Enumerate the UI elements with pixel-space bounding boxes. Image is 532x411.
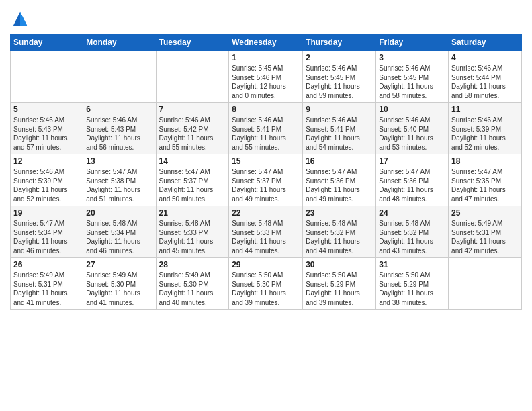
calendar-cell: 31Sunrise: 5:50 AM Sunset: 5:29 PM Dayli… (376, 258, 449, 310)
svg-marker-1 (20, 12, 27, 26)
day-info: Sunrise: 5:50 AM Sunset: 5:29 PM Dayligh… (379, 271, 445, 307)
day-info: Sunrise: 5:47 AM Sunset: 5:36 PM Dayligh… (379, 167, 445, 203)
calendar-week-row: 5Sunrise: 5:46 AM Sunset: 5:43 PM Daylig… (11, 103, 522, 154)
calendar-cell: 13Sunrise: 5:47 AM Sunset: 5:38 PM Dayli… (83, 154, 156, 206)
calendar-cell: 18Sunrise: 5:47 AM Sunset: 5:35 PM Dayli… (449, 154, 522, 206)
day-info: Sunrise: 5:46 AM Sunset: 5:39 PM Dayligh… (451, 116, 519, 152)
calendar-cell: 6Sunrise: 5:46 AM Sunset: 5:43 PM Daylig… (83, 103, 156, 154)
day-number: 14 (159, 156, 226, 166)
day-number: 8 (232, 105, 300, 114)
calendar-week-row: 26Sunrise: 5:49 AM Sunset: 5:31 PM Dayli… (11, 258, 522, 310)
day-number: 20 (86, 208, 152, 218)
day-info: Sunrise: 5:46 AM Sunset: 5:45 PM Dayligh… (379, 64, 445, 100)
calendar-cell: 23Sunrise: 5:48 AM Sunset: 5:32 PM Dayli… (303, 206, 376, 258)
day-info: Sunrise: 5:50 AM Sunset: 5:30 PM Dayligh… (232, 271, 300, 307)
calendar-cell: 16Sunrise: 5:47 AM Sunset: 5:36 PM Dayli… (303, 154, 376, 206)
day-info: Sunrise: 5:46 AM Sunset: 5:44 PM Dayligh… (451, 64, 519, 100)
day-info: Sunrise: 5:48 AM Sunset: 5:34 PM Dayligh… (86, 219, 152, 255)
day-info: Sunrise: 5:47 AM Sunset: 5:35 PM Dayligh… (451, 167, 519, 203)
calendar-cell: 20Sunrise: 5:48 AM Sunset: 5:34 PM Dayli… (83, 206, 156, 258)
calendar-cell: 11Sunrise: 5:46 AM Sunset: 5:39 PM Dayli… (449, 103, 522, 154)
calendar-cell: 30Sunrise: 5:50 AM Sunset: 5:29 PM Dayli… (303, 258, 376, 310)
day-number: 2 (306, 53, 373, 62)
day-info: Sunrise: 5:48 AM Sunset: 5:32 PM Dayligh… (306, 219, 373, 255)
day-number: 24 (379, 208, 445, 218)
day-info: Sunrise: 5:46 AM Sunset: 5:39 PM Dayligh… (13, 167, 80, 203)
day-info: Sunrise: 5:48 AM Sunset: 5:33 PM Dayligh… (159, 219, 226, 255)
day-info: Sunrise: 5:47 AM Sunset: 5:34 PM Dayligh… (13, 219, 80, 255)
calendar-cell (11, 51, 83, 103)
calendar-cell: 27Sunrise: 5:49 AM Sunset: 5:30 PM Dayli… (83, 258, 156, 310)
day-number: 23 (306, 208, 373, 218)
day-number: 19 (13, 208, 80, 218)
calendar-cell: 2Sunrise: 5:46 AM Sunset: 5:45 PM Daylig… (303, 51, 376, 103)
weekday-header: Wednesday (229, 34, 303, 51)
calendar-week-row: 1Sunrise: 5:45 AM Sunset: 5:46 PM Daylig… (11, 51, 522, 103)
calendar-cell: 4Sunrise: 5:46 AM Sunset: 5:44 PM Daylig… (449, 51, 522, 103)
day-number: 6 (86, 105, 152, 114)
day-number: 16 (306, 156, 373, 166)
day-info: Sunrise: 5:49 AM Sunset: 5:30 PM Dayligh… (86, 271, 152, 307)
day-info: Sunrise: 5:49 AM Sunset: 5:31 PM Dayligh… (451, 219, 519, 255)
day-info: Sunrise: 5:46 AM Sunset: 5:41 PM Dayligh… (232, 116, 300, 152)
day-number: 9 (306, 105, 373, 114)
day-number: 21 (159, 208, 226, 218)
day-info: Sunrise: 5:46 AM Sunset: 5:45 PM Dayligh… (306, 64, 373, 100)
calendar-cell: 28Sunrise: 5:49 AM Sunset: 5:30 PM Dayli… (156, 258, 229, 310)
day-info: Sunrise: 5:46 AM Sunset: 5:42 PM Dayligh… (159, 116, 226, 152)
day-number: 12 (13, 156, 80, 166)
day-info: Sunrise: 5:47 AM Sunset: 5:37 PM Dayligh… (159, 167, 226, 203)
day-info: Sunrise: 5:47 AM Sunset: 5:36 PM Dayligh… (306, 167, 373, 203)
calendar-cell: 8Sunrise: 5:46 AM Sunset: 5:41 PM Daylig… (229, 103, 303, 154)
day-info: Sunrise: 5:46 AM Sunset: 5:41 PM Dayligh… (306, 116, 373, 152)
calendar-cell (449, 258, 522, 310)
calendar-cell: 22Sunrise: 5:48 AM Sunset: 5:33 PM Dayli… (229, 206, 303, 258)
day-number: 18 (451, 156, 519, 166)
day-info: Sunrise: 5:49 AM Sunset: 5:30 PM Dayligh… (159, 271, 226, 307)
day-number: 17 (379, 156, 445, 166)
day-number: 25 (451, 208, 519, 218)
calendar-cell: 17Sunrise: 5:47 AM Sunset: 5:36 PM Dayli… (376, 154, 449, 206)
calendar-cell: 9Sunrise: 5:46 AM Sunset: 5:41 PM Daylig… (303, 103, 376, 154)
calendar-cell: 7Sunrise: 5:46 AM Sunset: 5:42 PM Daylig… (156, 103, 229, 154)
calendar-cell: 26Sunrise: 5:49 AM Sunset: 5:31 PM Dayli… (11, 258, 83, 310)
calendar-cell: 12Sunrise: 5:46 AM Sunset: 5:39 PM Dayli… (11, 154, 83, 206)
calendar-cell: 19Sunrise: 5:47 AM Sunset: 5:34 PM Dayli… (11, 206, 83, 258)
calendar-header-row: SundayMondayTuesdayWednesdayThursdayFrid… (11, 34, 522, 51)
calendar-cell: 24Sunrise: 5:48 AM Sunset: 5:32 PM Dayli… (376, 206, 449, 258)
weekday-header: Sunday (11, 34, 83, 51)
calendar-cell: 25Sunrise: 5:49 AM Sunset: 5:31 PM Dayli… (449, 206, 522, 258)
day-number: 26 (13, 260, 80, 269)
day-info: Sunrise: 5:49 AM Sunset: 5:31 PM Dayligh… (13, 271, 80, 307)
day-info: Sunrise: 5:50 AM Sunset: 5:29 PM Dayligh… (306, 271, 373, 307)
weekday-header: Monday (83, 34, 156, 51)
calendar-cell: 29Sunrise: 5:50 AM Sunset: 5:30 PM Dayli… (229, 258, 303, 310)
day-number: 29 (232, 260, 300, 269)
day-number: 5 (13, 105, 80, 114)
calendar-cell (156, 51, 229, 103)
day-number: 3 (379, 53, 445, 62)
day-info: Sunrise: 5:48 AM Sunset: 5:32 PM Dayligh… (379, 219, 445, 255)
calendar-body: 1Sunrise: 5:45 AM Sunset: 5:46 PM Daylig… (11, 51, 522, 310)
day-number: 1 (232, 53, 300, 62)
weekday-header: Saturday (449, 34, 522, 51)
weekday-header: Tuesday (156, 34, 229, 51)
day-info: Sunrise: 5:47 AM Sunset: 5:37 PM Dayligh… (232, 167, 300, 203)
day-number: 22 (232, 208, 300, 218)
day-number: 30 (306, 260, 373, 269)
weekday-header: Friday (376, 34, 449, 51)
calendar-cell: 14Sunrise: 5:47 AM Sunset: 5:37 PM Dayli… (156, 154, 229, 206)
day-info: Sunrise: 5:46 AM Sunset: 5:43 PM Dayligh… (86, 116, 152, 152)
logo (10, 9, 30, 28)
day-info: Sunrise: 5:46 AM Sunset: 5:40 PM Dayligh… (379, 116, 445, 152)
calendar-cell: 21Sunrise: 5:48 AM Sunset: 5:33 PM Dayli… (156, 206, 229, 258)
day-number: 7 (159, 105, 226, 114)
day-number: 31 (379, 260, 445, 269)
day-number: 28 (159, 260, 226, 269)
day-number: 10 (379, 105, 445, 114)
day-info: Sunrise: 5:46 AM Sunset: 5:43 PM Dayligh… (13, 116, 80, 152)
calendar-cell: 10Sunrise: 5:46 AM Sunset: 5:40 PM Dayli… (376, 103, 449, 154)
day-number: 13 (86, 156, 152, 166)
day-number: 4 (451, 53, 519, 62)
calendar-week-row: 19Sunrise: 5:47 AM Sunset: 5:34 PM Dayli… (11, 206, 522, 258)
